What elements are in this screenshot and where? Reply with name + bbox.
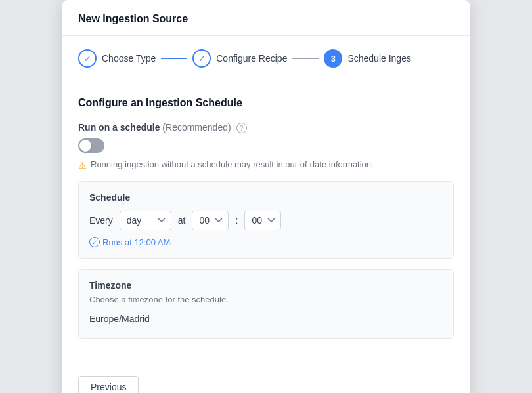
- timezone-section: Timezone Choose a timezone for the sched…: [78, 269, 454, 339]
- toggle-knob: [79, 140, 91, 152]
- recommended-label: (Recommended): [162, 122, 231, 133]
- help-icon[interactable]: ?: [236, 123, 247, 133]
- runs-text: ✓ Runs at 12:00 AM.: [89, 237, 443, 247]
- warning-icon: ⚠: [78, 160, 87, 171]
- step-1-circle: ✓: [78, 49, 97, 68]
- run-on-schedule-field-label: Run on a schedule (Recommended) ?: [78, 122, 454, 133]
- step-2-label: Configure Recipe: [216, 53, 287, 64]
- runs-message: Runs at 12:00 AM.: [102, 238, 173, 247]
- warning-message: Running ingestion without a schedule may…: [91, 159, 374, 169]
- step-1-label: Choose Type: [102, 53, 156, 64]
- runs-icon: ✓: [89, 237, 100, 247]
- run-schedule-toggle[interactable]: [78, 138, 104, 153]
- modal-header: New Ingestion Source: [62, 0, 470, 36]
- modal-title: New Ingestion Source: [78, 13, 188, 24]
- step-2-circle: ✓: [192, 49, 211, 68]
- timezone-label: Timezone: [89, 280, 443, 291]
- modal-body: Configure an Ingestion Schedule Run on a…: [62, 81, 470, 365]
- step-3-circle: 3: [324, 49, 342, 68]
- at-label: at: [178, 215, 186, 226]
- minute-select[interactable]: 00051015 20253035 40455055: [244, 211, 281, 230]
- section-title: Configure an Ingestion Schedule: [78, 97, 454, 109]
- step-connector-2: [292, 58, 319, 59]
- colon-separator: :: [235, 215, 238, 226]
- toggle-wrapper: [78, 138, 454, 153]
- step-choose-type: ✓ Choose Type: [78, 49, 156, 68]
- previous-button[interactable]: Previous: [78, 376, 139, 393]
- step-schedule-ingest: 3 Schedule Inges: [324, 49, 411, 68]
- run-on-schedule-label: Run on a schedule: [78, 122, 160, 133]
- checkmark-icon: ✓: [84, 54, 91, 64]
- step-3-label: Schedule Inges: [347, 53, 411, 64]
- step-configure-recipe: ✓ Configure Recipe: [192, 49, 287, 68]
- step-connector-1: [161, 58, 187, 59]
- timezone-hint: Choose a timezone for the schedule.: [89, 295, 443, 304]
- step-3-number: 3: [331, 54, 336, 64]
- schedule-label: Schedule: [89, 192, 443, 203]
- stepper: ✓ Choose Type ✓ Configure Recipe 3 Sched…: [62, 36, 470, 81]
- timezone-input[interactable]: [89, 311, 443, 327]
- checkmark-icon-2: ✓: [198, 54, 206, 64]
- every-label: Every: [89, 215, 113, 226]
- schedule-row: Every day hour week month at 00010203 04…: [89, 211, 443, 230]
- hour-select[interactable]: 00010203 04050607 0809101112: [192, 211, 229, 230]
- schedule-section: Schedule Every day hour week month at 00…: [78, 181, 454, 259]
- modal: New Ingestion Source ✓ Choose Type ✓ Con…: [62, 0, 470, 393]
- warning-text: ⚠ Running ingestion without a schedule m…: [78, 159, 454, 171]
- footer: Previous: [62, 365, 470, 393]
- frequency-select[interactable]: day hour week month: [120, 211, 171, 230]
